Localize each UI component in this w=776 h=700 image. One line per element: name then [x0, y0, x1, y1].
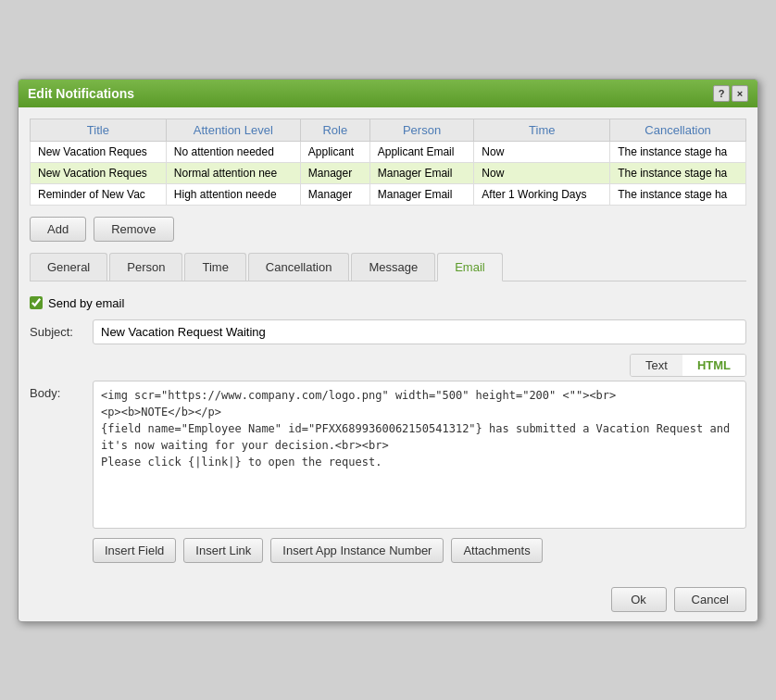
- subject-row: Subject:: [30, 319, 746, 344]
- subject-label: Subject:: [30, 325, 85, 339]
- cell-cancellation: The instance stage ha: [610, 162, 746, 183]
- insert-field-button[interactable]: Insert Field: [93, 538, 176, 563]
- dialog-footer: Ok Cancel: [19, 578, 757, 621]
- cell-title: Reminder of New Vac: [31, 183, 167, 205]
- col-role: Role: [300, 119, 369, 141]
- table-row[interactable]: New Vacation RequesNo attention neededAp…: [31, 141, 746, 162]
- close-button[interactable]: ×: [732, 85, 748, 102]
- html-toggle-button[interactable]: HTML: [682, 355, 745, 376]
- cell-cancellation: The instance stage ha: [610, 141, 746, 162]
- add-button[interactable]: Add: [30, 217, 86, 242]
- text-html-toggle: Text HTML: [630, 354, 746, 377]
- tab-email[interactable]: Email: [437, 253, 503, 281]
- insert-app-instance-button[interactable]: Insert App Instance Number: [270, 538, 444, 563]
- body-textarea[interactable]: <img scr="https://www.company.com/logo.p…: [93, 381, 746, 529]
- dialog-header: Edit Notifications ? ×: [19, 80, 757, 107]
- cell-role: Applicant: [300, 141, 369, 162]
- cell-person: Manager Email: [369, 162, 474, 183]
- help-button[interactable]: ?: [713, 85, 730, 102]
- tab-bar: GeneralPersonTimeCancellationMessageEmai…: [30, 253, 746, 281]
- col-time: Time: [474, 119, 610, 141]
- dialog-title: Edit Notifications: [28, 86, 134, 101]
- send-by-email-label: Send by email: [48, 296, 124, 310]
- cell-role: Manager: [300, 162, 369, 183]
- insert-link-button[interactable]: Insert Link: [183, 538, 263, 563]
- cell-time: Now: [474, 141, 610, 162]
- cell-person: Manager Email: [369, 183, 474, 205]
- text-html-toggle-row: Text HTML: [30, 354, 746, 377]
- body-row: Body: <img scr="https://www.company.com/…: [30, 381, 746, 529]
- table-action-buttons: Add Remove: [30, 217, 746, 242]
- send-by-email-checkbox[interactable]: [30, 296, 43, 309]
- table-row[interactable]: Reminder of New VacHigh attention needeM…: [31, 183, 746, 205]
- col-title: Title: [31, 119, 167, 141]
- cell-time: Now: [474, 162, 610, 183]
- subject-input[interactable]: [93, 319, 746, 344]
- email-panel: Send by email Subject: Text HTML Body: <…: [30, 293, 746, 567]
- cell-title: New Vacation Reques: [31, 162, 167, 183]
- cell-person: Applicant Email: [369, 141, 474, 162]
- cell-attention: Normal attention nee: [166, 162, 300, 183]
- cell-title: New Vacation Reques: [31, 141, 167, 162]
- cancel-button[interactable]: Cancel: [674, 587, 746, 612]
- tab-cancellation[interactable]: Cancellation: [248, 253, 350, 281]
- send-by-email-row: Send by email: [30, 296, 746, 310]
- tab-time[interactable]: Time: [184, 253, 245, 281]
- table-row[interactable]: New Vacation RequesNormal attention neeM…: [31, 162, 746, 183]
- col-attention: Attention Level: [166, 119, 300, 141]
- cell-time: After 1 Working Days: [474, 183, 610, 205]
- remove-button[interactable]: Remove: [94, 217, 173, 242]
- col-cancellation: Cancellation: [610, 119, 746, 141]
- col-person: Person: [369, 119, 474, 141]
- cell-cancellation: The instance stage ha: [610, 183, 746, 205]
- text-toggle-button[interactable]: Text: [631, 355, 682, 376]
- cell-attention: High attention neede: [166, 183, 300, 205]
- notification-table: Title Attention Level Role Person Time C…: [30, 119, 746, 206]
- insert-buttons-row: Insert Field Insert Link Insert App Inst…: [30, 538, 746, 563]
- header-buttons: ? ×: [713, 85, 748, 102]
- dialog-body: Title Attention Level Role Person Time C…: [19, 107, 757, 578]
- tab-message[interactable]: Message: [351, 253, 435, 281]
- tab-person[interactable]: Person: [109, 253, 182, 281]
- edit-notifications-dialog: Edit Notifications ? × Title Attention L…: [18, 79, 758, 622]
- cell-role: Manager: [300, 183, 369, 205]
- ok-button[interactable]: Ok: [611, 587, 667, 612]
- cell-attention: No attention needed: [166, 141, 300, 162]
- attachments-button[interactable]: Attachments: [451, 538, 542, 563]
- body-label: Body:: [30, 381, 85, 529]
- tab-general[interactable]: General: [30, 253, 107, 281]
